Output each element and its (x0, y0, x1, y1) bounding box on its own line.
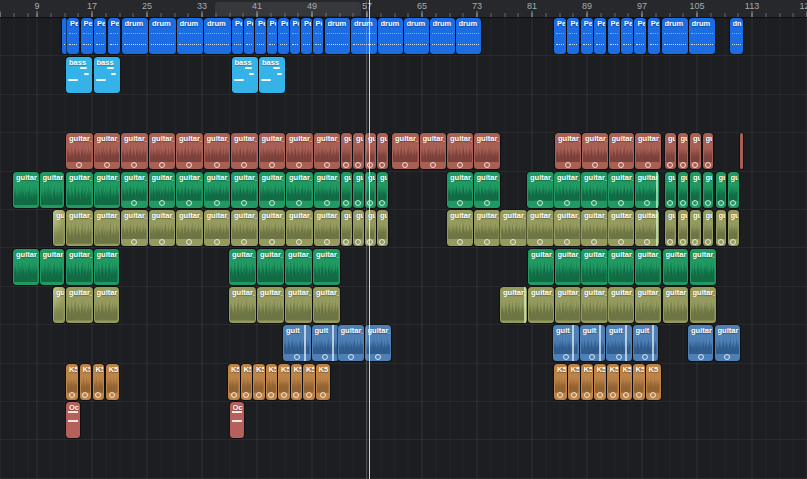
guitar-1-clip[interactable]: gu (377, 133, 388, 169)
keys-clip[interactable]: K5 (633, 364, 645, 400)
guitar-6-clip[interactable]: guit (580, 325, 606, 361)
drums-clip[interactable]: Pe (621, 18, 633, 54)
drums-clip[interactable]: Pe (81, 18, 93, 54)
guitar-3-clip[interactable]: guitar_ (554, 210, 581, 246)
guitar-4-clip[interactable]: guitar_ (663, 249, 689, 285)
keys-clip[interactable]: K5 (66, 364, 78, 400)
guitar-2-clip[interactable]: guitar (40, 172, 64, 208)
guitar-2-clip[interactable]: gu (690, 172, 701, 208)
guitar-1-clip[interactable]: guitar_ (286, 133, 313, 169)
guitar-3-clip[interactable]: gu (377, 210, 388, 246)
guitar-4-clip[interactable]: guitar_ (690, 249, 716, 285)
guitar-2-clip[interactable]: guitar_ (314, 172, 341, 208)
track-lanes[interactable]: PePePePedrumdrumdrumdrumPePePePePePePePe… (0, 17, 807, 479)
drums-clip[interactable]: Pe (232, 18, 243, 54)
guitar-5-clip[interactable]: guitar_ (690, 287, 716, 323)
guitar-3-clip[interactable]: gu (690, 210, 701, 246)
guitar-6-clip[interactable]: guit (283, 325, 311, 361)
keys-clip[interactable]: K5 (241, 364, 253, 400)
guitar-3-clip[interactable]: gu (341, 210, 352, 246)
guitar-2-clip[interactable]: guitar_ (527, 172, 554, 208)
keys-clip[interactable]: K5 (291, 364, 303, 400)
guitar-1-clip[interactable]: guitar_ (635, 133, 661, 169)
drums-clip[interactable]: Pe (567, 18, 579, 54)
guitar-5-clip[interactable]: guitar_ (500, 287, 527, 323)
guitar-2-clip[interactable]: guitar_ (121, 172, 148, 208)
guitar-3-clip[interactable]: guitar_ (231, 210, 258, 246)
bass-clip[interactable]: bass (232, 57, 258, 93)
drums-clip[interactable]: drum (404, 18, 429, 54)
guitar-6-clip[interactable]: guitar (715, 325, 741, 361)
guitar-2-clip[interactable]: guitar_ (474, 172, 500, 208)
guitar-1-clip[interactable]: guitar_ (474, 133, 500, 169)
guitar-2-clip[interactable]: guitar_ (176, 172, 203, 208)
guitar-5-clip[interactable]: guitar_ (528, 287, 554, 323)
guitar-5-clip[interactable]: guitar_ (229, 287, 256, 323)
guitar-3-clip[interactable]: gu (665, 210, 676, 246)
drums-clip[interactable]: drum (204, 18, 231, 54)
guitar-3-clip[interactable]: guitar_ (286, 210, 313, 246)
drums-clip[interactable]: Pe (290, 18, 301, 54)
guitar-2-clip[interactable]: guitar_ (581, 172, 608, 208)
keys-clip[interactable]: K5 (581, 364, 593, 400)
guitar-6-clip[interactable]: guit (606, 325, 632, 361)
guitar-3-clip[interactable]: guitar_ (94, 210, 121, 246)
drums-clip[interactable]: drum (689, 18, 715, 54)
keys-clip[interactable]: K5 (80, 364, 92, 400)
guitar-2-clip[interactable]: guitar_ (13, 172, 39, 208)
drums-clip[interactable]: drum (122, 18, 149, 54)
guitar-1-clip[interactable]: guitar_ (259, 133, 286, 169)
guitar-6-clip[interactable]: guit (312, 325, 339, 361)
guitar-5-clip[interactable]: guitar_ (581, 287, 608, 323)
keys-clip[interactable]: K5 (266, 364, 278, 400)
guitar-4-clip[interactable]: guitar_ (66, 249, 93, 285)
guitar-3-clip[interactable]: guitar_ (581, 210, 608, 246)
guitar-3-clip[interactable]: gu (53, 210, 65, 246)
guitar-6-clip[interactable]: guitar_ (688, 325, 713, 361)
guitar-1-clip[interactable]: guitar_ (94, 133, 121, 169)
drums-clip[interactable]: Pe (554, 18, 566, 54)
guitar-2-clip[interactable]: gu (341, 172, 352, 208)
guitar-4-clip[interactable]: guitar_ (635, 249, 661, 285)
guitar-4-clip[interactable]: guitar_ (229, 249, 256, 285)
guitar-5-clip[interactable]: guitar_ (635, 287, 661, 323)
guitar-2-clip[interactable]: gu (353, 172, 364, 208)
keys-clip[interactable]: K5 (620, 364, 632, 400)
guitar-2-clip[interactable]: gu (716, 172, 727, 208)
drums-clip[interactable] (62, 18, 67, 54)
guitar-3-clip[interactable]: guitar_ (121, 210, 148, 246)
drums-clip[interactable]: Pe (255, 18, 266, 54)
guitar-3-clip[interactable]: guitar_ (500, 210, 527, 246)
drums-clip[interactable]: drum (149, 18, 176, 54)
guitar-5-clip[interactable]: guitar_ (257, 287, 284, 323)
drums-clip[interactable]: Pe (108, 18, 121, 54)
guitar-1-clip[interactable]: guitar_ (392, 133, 419, 169)
bass-clip[interactable]: bass (259, 57, 285, 93)
drums-clip[interactable]: drum (430, 18, 455, 54)
guitar-2-clip[interactable]: guitar_ (286, 172, 313, 208)
guitar-1-clip[interactable]: guitar_ (204, 133, 231, 169)
guitar-1-clip[interactable]: guitar_ (231, 133, 258, 169)
guitar-3-clip[interactable]: gu (716, 210, 727, 246)
guitar-4-clip[interactable]: guitar_ (581, 249, 608, 285)
octaves-clip[interactable]: Oc (66, 402, 80, 438)
guitar-1-clip[interactable]: guitar_ (447, 133, 473, 169)
guitar-1-clip[interactable]: guitar_ (314, 133, 341, 169)
guitar-3-clip[interactable]: guitar_ (474, 210, 500, 246)
guitar-3-clip[interactable]: guitar_ (176, 210, 203, 246)
guitar-6-clip[interactable]: guit (633, 325, 658, 361)
drums-clip[interactable]: Pe (313, 18, 324, 54)
guitar-2-clip[interactable]: guitar_ (66, 172, 93, 208)
guitar-2-clip[interactable]: guitar_ (231, 172, 258, 208)
guitar-1-clip[interactable]: gu (703, 133, 714, 169)
guitar-5-clip[interactable]: guitar_ (94, 287, 119, 323)
guitar-1-clip[interactable]: guitar_ (420, 133, 447, 169)
drums-clip[interactable]: drum (325, 18, 351, 54)
guitar-2-clip[interactable]: gu (703, 172, 714, 208)
keys-clip[interactable]: K5 (228, 364, 240, 400)
guitar-2-clip[interactable]: gu (728, 172, 739, 208)
guitar-4-clip[interactable]: guitar_ (257, 249, 284, 285)
guitar-1-clip[interactable]: guitar_ (149, 133, 176, 169)
drums-clip[interactable]: drum (378, 18, 403, 54)
keys-clip[interactable]: K5 (278, 364, 290, 400)
